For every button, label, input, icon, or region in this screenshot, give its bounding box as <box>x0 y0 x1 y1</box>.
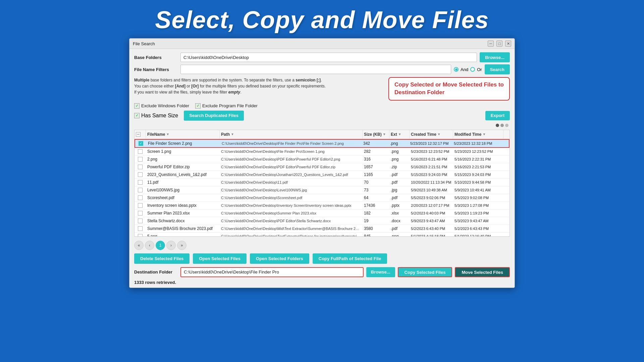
row-size: 1657 <box>363 163 389 171</box>
table-row[interactable]: Screen 1.png C:\Users\kidd0\OneDrive\Des… <box>135 148 509 156</box>
row-checkbox[interactable] <box>138 226 143 231</box>
table-row[interactable]: 2.png C:\Users\kidd0\OneDrive\Desktop\PD… <box>135 156 509 163</box>
col-modified[interactable]: Modified Time ▼ <box>453 130 503 139</box>
row-checkbox-cell[interactable] <box>135 186 146 194</box>
info-section: Multiple base folders and filters are su… <box>134 77 510 101</box>
row-end <box>503 181 509 184</box>
row-checkbox[interactable] <box>138 180 143 185</box>
row-checkbox[interactable] <box>138 234 143 236</box>
row-checkbox[interactable] <box>138 172 143 177</box>
delete-selected-button[interactable]: Delete Selected Files <box>134 253 190 264</box>
close-button[interactable]: ✕ <box>505 41 511 47</box>
minimize-button[interactable]: ─ <box>488 41 494 47</box>
file-name-filters-input[interactable] <box>180 65 451 74</box>
destination-browse-button[interactable]: Browse... <box>366 267 395 277</box>
row-checkbox[interactable] <box>138 195 143 200</box>
row-checkbox[interactable] <box>138 165 143 169</box>
col-created[interactable]: Created Time ▼ <box>410 130 453 139</box>
move-selected-files-button[interactable]: Move Selected Files <box>455 267 510 277</box>
row-checkbox-cell[interactable] <box>135 194 146 201</box>
col-size[interactable]: Size (KB) ▼ <box>363 130 389 139</box>
prev-page-button[interactable]: ‹ <box>145 241 154 250</box>
last-page-button[interactable]: » <box>177 241 186 250</box>
radio-or[interactable] <box>470 67 475 72</box>
radio-and[interactable] <box>454 67 459 72</box>
row-path: C:\Users\kidd0\OneDrive\Desktop\11.pdf <box>220 179 363 186</box>
row-size: 70 <box>363 179 389 186</box>
application-window: File Search ─ □ ✕ Base Folders Browse...… <box>129 38 515 288</box>
row-checkbox-cell[interactable] <box>135 148 146 155</box>
row-filename: Summer@BASIS Brochure 2023.pdf <box>146 225 220 232</box>
first-page-button[interactable]: « <box>134 241 144 250</box>
base-folders-row: Base Folders Browse... <box>134 52 510 62</box>
table-body: ✓ File Finder Screen 2.png C:\Users\kidd… <box>135 139 509 236</box>
row-checkbox-cell[interactable] <box>135 233 146 236</box>
table-row[interactable]: Summer@BASIS Brochure 2023.pdf C:\Users\… <box>135 225 509 233</box>
exclude-program-checkbox[interactable]: ✓ <box>195 103 201 109</box>
table-row[interactable]: Summer Plan 2023.xlsx C:\Users\kidd0\One… <box>135 209 509 217</box>
callout-text: Copy Selected or Move Selected Files to … <box>394 81 504 97</box>
destination-row: Destination Folder Browse... Copy Select… <box>134 267 510 277</box>
path-filter-icon: ▼ <box>231 132 234 136</box>
export-button[interactable]: Export <box>485 111 510 120</box>
header-checkbox[interactable]: ─ <box>136 132 141 137</box>
next-page-button[interactable]: › <box>166 241 176 250</box>
row-checkbox-cell[interactable] <box>135 225 146 232</box>
search-button[interactable]: Search <box>485 64 510 74</box>
row-modified: 5/3/2023 1:27:08 PM <box>453 202 503 209</box>
base-folders-input[interactable] <box>180 53 477 62</box>
table-row[interactable]: Scoresheet.pdf C:\Users\kidd0\OneDrive\D… <box>135 194 509 202</box>
row-path: C:\Users\kidd0\OneDrive\Desktop\Jonathan… <box>220 171 363 178</box>
open-selected-button[interactable]: Open Selected Files <box>193 253 247 264</box>
row-end <box>503 220 509 222</box>
copy-selected-files-button[interactable]: Copy Selected Files <box>398 267 452 277</box>
col-filename[interactable]: FileName ▼ <box>146 130 220 139</box>
row-filename: Screen 1.png <box>146 148 220 155</box>
table-row[interactable]: 2023_Questions_Levels_1&2.pdf C:\Users\k… <box>135 171 509 179</box>
has-same-size-checkbox[interactable]: ✓ <box>134 113 140 118</box>
exclude-windows-checkbox[interactable]: ✓ <box>134 103 140 109</box>
destination-input[interactable] <box>180 267 364 277</box>
row-checkbox-cell[interactable] <box>135 209 146 217</box>
row-size: 17436 <box>363 202 389 209</box>
table-row[interactable]: 11.pdf C:\Users\kidd0\OneDrive\Desktop\1… <box>135 179 509 186</box>
row-checkbox[interactable] <box>138 149 143 154</box>
table-row[interactable]: Powerful PDF Editor.zip C:\Users\kidd0\O… <box>135 163 509 171</box>
table-row[interactable]: Level100NWS.jpg C:\Users\kidd0\OneDrive\… <box>135 186 509 194</box>
file-name-filters-label: File Name Filters <box>134 67 178 72</box>
col-path[interactable]: Path ▼ <box>220 130 363 139</box>
modified-filter-icon: ▼ <box>482 132 486 136</box>
current-page-button[interactable]: 1 <box>156 241 165 250</box>
row-checkbox[interactable]: ✓ <box>139 141 143 146</box>
browse-button[interactable]: Browse... <box>480 52 510 62</box>
row-filename: Summer Plan 2023.xlsx <box>146 209 220 217</box>
row-size: 342 <box>362 140 389 147</box>
row-ext: .jpg <box>389 186 410 194</box>
restore-button[interactable]: □ <box>496 41 502 47</box>
row-checkbox[interactable] <box>138 157 143 162</box>
row-created: 10/20/2022 11:13:34 PM <box>410 179 453 186</box>
row-checkbox[interactable] <box>138 188 143 192</box>
open-folders-button[interactable]: Open Selected Folders <box>250 253 309 264</box>
row-checkbox-cell[interactable] <box>135 179 146 186</box>
row-checkbox-cell[interactable]: ✓ <box>135 140 147 147</box>
table-row[interactable]: 5.png C:\Users\kidd0\OneDrive\Desktop\Te… <box>135 233 509 236</box>
row-checkbox-cell[interactable] <box>135 163 146 171</box>
col-ext[interactable]: Ext ▼ <box>389 130 410 139</box>
table-row[interactable]: ✓ File Finder Screen 2.png C:\Users\kidd… <box>135 139 509 148</box>
title-bar-controls: ─ □ ✕ <box>488 41 511 47</box>
title-bar: File Search ─ □ ✕ <box>129 39 515 49</box>
row-checkbox[interactable] <box>138 211 143 216</box>
search-duplicated-button[interactable]: Search Duplicated Files <box>184 111 244 121</box>
row-path: C:\Users\kidd0\OneDrive\Desktop\PDF Edit… <box>220 218 363 224</box>
copy-fullpath-button[interactable]: Copy FullPath of Selected File <box>313 253 387 264</box>
row-checkbox-cell[interactable] <box>135 217 146 225</box>
row-checkbox-cell[interactable] <box>135 171 146 178</box>
row-checkbox[interactable] <box>138 219 143 223</box>
row-checkbox[interactable] <box>138 203 143 208</box>
row-checkbox-cell[interactable] <box>135 202 146 209</box>
table-row[interactable]: Inventory screen ideas.pptx C:\Users\kid… <box>135 202 509 209</box>
row-filename: 2.png <box>146 156 220 163</box>
table-row[interactable]: Stella Schwartz.docx C:\Users\kidd0\OneD… <box>135 217 509 225</box>
row-checkbox-cell[interactable] <box>135 156 146 163</box>
